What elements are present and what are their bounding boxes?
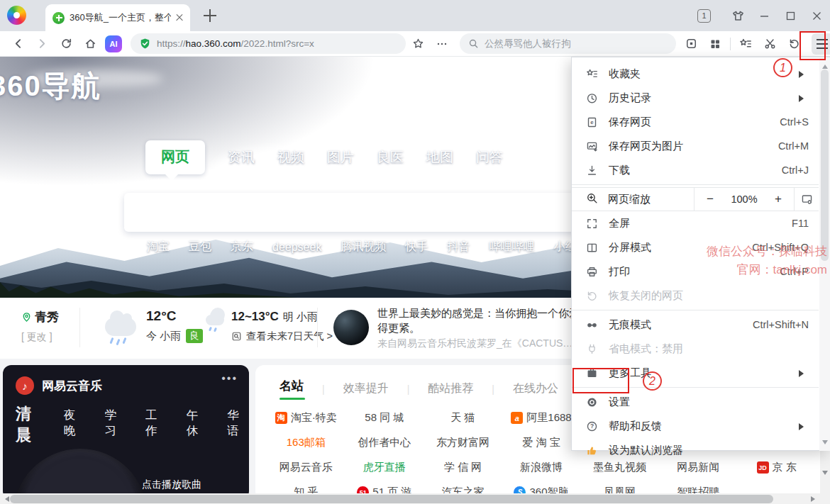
search-bar[interactable]: 公然辱骂他人被行拘 xyxy=(460,33,676,54)
browser-tab[interactable]: 360导航_一个主页，整个世界 xyxy=(45,4,190,31)
site-link[interactable]: 爱 淘 宝 xyxy=(502,430,581,455)
screenshot-scissors-icon[interactable] xyxy=(758,33,782,55)
music-tab[interactable]: 午休 xyxy=(187,408,209,439)
scroll-left-icon xyxy=(2,496,9,502)
quick-link[interactable]: 抖音 xyxy=(447,240,470,254)
music-tab[interactable]: 华语 xyxy=(227,408,249,439)
vertical-scrollbar[interactable] xyxy=(820,451,830,493)
forward-button[interactable] xyxy=(30,33,54,55)
menu-shortcut: Ctrl+Shift+Q xyxy=(752,242,809,253)
site-link[interactable]: 天 猫 xyxy=(424,405,502,430)
horizontal-scrollbar[interactable] xyxy=(0,493,830,504)
site-link[interactable]: a阿里1688 xyxy=(502,405,581,430)
music-tab[interactable]: 工作 xyxy=(145,408,167,439)
menu-item-无痕模式[interactable]: 无痕模式Ctrl+Shift+N xyxy=(572,313,819,337)
menu-item-保存网页为图片[interactable]: 保存网页为图片Ctrl+M xyxy=(572,134,819,158)
bookmark-star-icon[interactable] xyxy=(406,33,430,55)
music-more-button[interactable]: ••• xyxy=(221,372,238,385)
menu-item-分屏模式[interactable]: 分屏模式Ctrl+Shift+Q xyxy=(572,235,819,259)
main-menu-button[interactable] xyxy=(812,33,830,55)
site-link[interactable]: 学 信 网 xyxy=(424,455,502,480)
sites-tab[interactable]: 名站 xyxy=(280,378,304,400)
print-icon xyxy=(586,266,598,278)
site-link[interactable]: 创作者中心 xyxy=(345,430,424,455)
security-shield-icon[interactable] xyxy=(139,38,151,50)
new-tab-button[interactable] xyxy=(204,9,216,22)
music-tab[interactable]: 学习 xyxy=(104,408,126,439)
quick-link[interactable]: 淘宝 xyxy=(147,240,170,254)
sites-tab[interactable]: 在线办公 xyxy=(513,381,558,396)
quick-link[interactable]: 快手 xyxy=(405,240,428,254)
menu-item-历史记录[interactable]: 历史记录 xyxy=(572,86,819,110)
incognito-icon xyxy=(586,319,598,331)
theme-shirt-icon[interactable] xyxy=(725,0,751,31)
menu-item-保存网页[interactable]: e保存网页Ctrl+S xyxy=(572,110,819,134)
menu-item-帮助和反馈[interactable]: ?帮助和反馈 xyxy=(572,414,819,438)
screen-gear-icon[interactable] xyxy=(795,194,819,206)
undo-restore-icon[interactable] xyxy=(782,33,806,55)
hero-tab-网页[interactable]: 网页 xyxy=(145,140,205,174)
zoom-icon xyxy=(586,192,598,204)
site-link[interactable]: 东方财富网 xyxy=(424,430,502,455)
back-button[interactable] xyxy=(6,33,30,55)
quick-link[interactable]: 豆包 xyxy=(189,240,211,254)
more-options-icon[interactable] xyxy=(430,33,454,55)
menu-scrollbar[interactable] xyxy=(819,58,830,451)
hero-tab-良医[interactable]: 良医 xyxy=(377,140,404,167)
music-card[interactable]: ♪ 网易云音乐 ••• 清晨夜晚学习工作午休华语 点击播放歌曲 xyxy=(3,365,249,500)
zoom-out-button[interactable]: − xyxy=(695,192,726,206)
aqi-badge: 良 xyxy=(186,329,203,343)
quote-source[interactable]: 来自网易云音乐村民波莱罗_在《CACTUS… ♪ xyxy=(377,337,590,350)
close-window-button[interactable] xyxy=(804,0,830,31)
menu-item-打印[interactable]: 打印Ctrl+P xyxy=(572,259,819,284)
minimize-button[interactable] xyxy=(751,0,778,31)
location-pin-icon xyxy=(21,312,32,323)
quick-link[interactable]: 腾讯视频 xyxy=(341,240,386,254)
favorites-bar-icon[interactable] xyxy=(734,33,758,55)
change-city-link[interactable]: [ 更改 ] xyxy=(21,331,59,344)
hero-tab-视频[interactable]: 视频 xyxy=(277,140,304,167)
quick-links-settings-icon[interactable] xyxy=(117,242,128,252)
submenu-arrow-icon xyxy=(799,71,807,78)
reload-button[interactable] xyxy=(54,33,78,55)
address-bar[interactable]: https://hao.360.com/2022.html?src=x xyxy=(131,33,406,54)
extensions-grid-icon[interactable] xyxy=(703,33,727,55)
ai-assistant-button[interactable]: AI xyxy=(105,35,122,52)
play-knob[interactable] xyxy=(13,449,148,500)
quick-link[interactable]: 哔哩哔哩 xyxy=(489,240,534,254)
home-button[interactable] xyxy=(78,33,102,55)
quote-avatar[interactable] xyxy=(333,310,369,345)
sites-tab[interactable]: 酷站推荐 xyxy=(428,381,473,396)
netease-logo-icon: ♪ xyxy=(16,376,34,395)
site-link[interactable]: 虎牙直播 xyxy=(345,455,424,480)
site-link[interactable]: 网易云音乐 xyxy=(267,455,345,480)
tab-close-icon[interactable] xyxy=(176,14,183,21)
site-link[interactable]: 58 同 城 xyxy=(345,405,424,430)
browser-logo-icon[interactable] xyxy=(7,6,26,25)
menu-item-恢复关闭的网页: 恢复关闭的网页 xyxy=(572,284,819,308)
sites-tab[interactable]: 效率提升 xyxy=(343,381,389,396)
site-link[interactable]: 淘淘宝·特卖 xyxy=(267,405,345,430)
tab-strip: 360导航_一个主页，整个世界 1 xyxy=(0,0,830,31)
hero-tab-问答[interactable]: 问答 xyxy=(476,140,503,167)
menu-item-设置[interactable]: 设置 xyxy=(572,390,819,414)
hero-tab-地图[interactable]: 地图 xyxy=(426,140,453,167)
weather-city[interactable]: 青秀 xyxy=(21,309,59,325)
zoom-in-button[interactable]: + xyxy=(763,192,794,206)
maximize-button[interactable] xyxy=(778,0,804,31)
site-link[interactable]: 新浪微博 xyxy=(502,455,581,480)
quick-link[interactable]: deepseek xyxy=(272,241,321,254)
apps-panel-icon[interactable] xyxy=(679,33,703,55)
hero-tab-资讯[interactable]: 资讯 xyxy=(228,140,255,167)
menu-item-更多工具[interactable]: 更多工具 xyxy=(572,361,819,385)
session-badge[interactable]: 1 xyxy=(697,9,711,23)
menu-item-全屏[interactable]: 全屏F11 xyxy=(572,211,819,235)
music-tab[interactable]: 清晨 xyxy=(16,403,45,446)
menu-item-下载[interactable]: 下载Ctrl+J xyxy=(572,158,819,182)
menu-item-设为默认浏览器[interactable]: 设为默认浏览器 xyxy=(572,438,819,462)
quick-link[interactable]: 京东 xyxy=(231,240,253,254)
hero-tab-图片[interactable]: 图片 xyxy=(327,140,354,167)
site-link[interactable]: 163邮箱 xyxy=(267,430,345,455)
music-tab[interactable]: 夜晚 xyxy=(64,408,86,439)
search-icon xyxy=(468,38,479,49)
